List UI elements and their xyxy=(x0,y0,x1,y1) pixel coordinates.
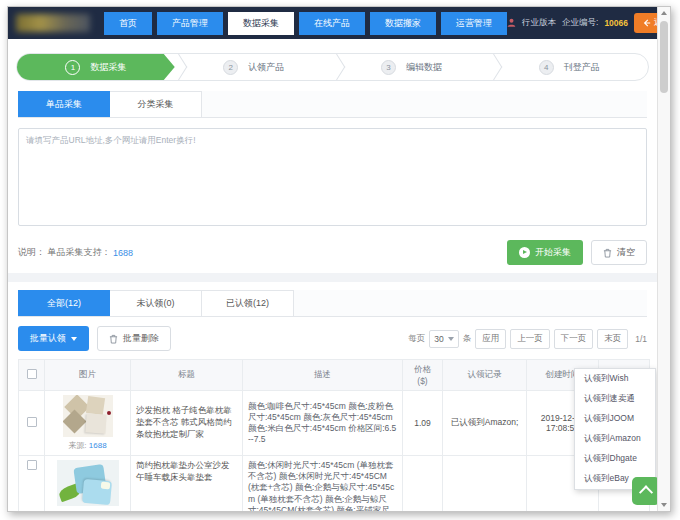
product-url-input[interactable] xyxy=(18,128,647,226)
col-header-title: 标题 xyxy=(131,360,243,391)
step-data-collect: 1 数据采集 xyxy=(17,54,175,80)
edition-label: 行业版本 xyxy=(522,17,556,29)
list-tabbar: 全部(12) 未认领(0) 已认领(12) xyxy=(18,290,647,317)
table-header-row: 图片 标题 描述 价格 ($) 认领记录 创建时间 操作 xyxy=(19,360,650,391)
back-arrow-icon xyxy=(643,19,651,27)
tab-category-collect[interactable]: 分类采集 xyxy=(110,91,202,117)
chevron-down-icon xyxy=(448,337,454,341)
nav-item-data-move[interactable]: 数据搬家 xyxy=(370,12,436,35)
product-desc: 颜色:咖啡色尺寸:45*45cm 颜色:皮粉色尺寸:45*45cm 颜色:灰色尺… xyxy=(248,401,397,446)
tab-single-collect[interactable]: 单品采集 xyxy=(18,91,110,117)
per-page-label: 每页 xyxy=(408,333,425,345)
pagination-controls: 每页 30 条 应用 上一页 下一页 末页 1/1 xyxy=(408,329,647,349)
scrollbar-thumb[interactable] xyxy=(660,21,668,93)
menu-item-claim-aliexpress[interactable]: 认领到速卖通 xyxy=(575,389,655,409)
back-to-top-button[interactable] xyxy=(632,477,657,505)
nav-item-data-collect[interactable]: 数据采集 xyxy=(228,12,294,35)
apply-button[interactable]: 应用 xyxy=(475,329,506,349)
workflow-stepper: 1 数据采集 2 认领产品 3 编辑数据 4 刊登产品 xyxy=(16,53,649,81)
company-number: 10066 xyxy=(604,18,628,28)
collect-note-row: 说明： 单品采集支持： 1688 开始采集 清空 xyxy=(18,240,647,265)
company-label: 企业编号: xyxy=(562,17,598,29)
start-collect-button[interactable]: 开始采集 xyxy=(507,240,583,265)
step-number: 1 xyxy=(65,60,80,75)
app-logo xyxy=(16,14,90,32)
user-icon xyxy=(507,18,516,29)
menu-item-claim-amazon[interactable]: 认领到Amazon xyxy=(575,429,655,449)
step-label: 数据采集 xyxy=(90,61,126,74)
step-label: 认领产品 xyxy=(248,61,284,74)
vertical-scrollbar[interactable] xyxy=(657,7,670,511)
list-toolbar: 批量认领 批量删除 每页 30 条 应用 xyxy=(18,326,647,351)
batch-delete-button[interactable]: 批量删除 xyxy=(97,326,171,351)
product-title: 沙发抱枕 格子纯色靠枕靠垫套不含芯 韩式风格简约条纹抱枕定制厂家 xyxy=(131,391,243,456)
nav-item-home[interactable]: 首页 xyxy=(104,12,152,35)
tab-unclaimed[interactable]: 未认领(0) xyxy=(110,290,202,316)
collect-note: 说明： 单品采集支持： xyxy=(18,246,111,259)
menu-item-claim-dhgate[interactable]: 认领到Dhgate xyxy=(575,449,655,469)
col-header-price: 价格 ($) xyxy=(403,360,443,391)
step-claim-product: 2 认领产品 xyxy=(175,54,333,80)
per-page-select[interactable]: 30 xyxy=(429,330,458,348)
back-to-erp-button[interactable]: 返回ERP xyxy=(634,13,657,33)
table-row: 来源: 1688 沙发抱枕 格子纯色靠枕靠垫套不含芯 韩式风格简约条纹抱枕定制厂… xyxy=(19,391,650,456)
row-checkbox[interactable] xyxy=(27,417,37,427)
nav-item-online-products[interactable]: 在线产品 xyxy=(299,12,365,35)
trash-icon xyxy=(109,334,118,344)
play-icon xyxy=(519,247,530,258)
source-line: 来源: 1688 xyxy=(50,440,125,451)
step-label: 编辑数据 xyxy=(406,61,442,74)
row-checkbox[interactable] xyxy=(27,460,37,470)
claim-record xyxy=(443,456,527,512)
nav-item-operations[interactable]: 运营管理 xyxy=(441,12,507,35)
navbar-right: 行业版本 企业编号: 10066 返回ERP xyxy=(507,13,657,33)
last-page-button[interactable]: 末页 xyxy=(597,329,628,349)
step-label: 刊登产品 xyxy=(564,61,600,74)
step-number: 2 xyxy=(223,60,238,75)
col-header-image: 图片 xyxy=(45,360,131,391)
step-publish-product: 4 刊登产品 xyxy=(490,54,648,80)
batch-claim-button[interactable]: 批量认领 xyxy=(18,326,89,351)
claim-dropdown-menu: 认领到Wish 认领到速卖通 认领到JOOM 认领到Amazon 认领到Dhga… xyxy=(574,368,656,490)
page-indicator: 1/1 xyxy=(635,334,647,344)
product-price xyxy=(403,456,443,512)
table-row: 简约抱枕靠垫办公室沙发午睡车载床头靠垫套 颜色:休闲时光尺寸:45*45cm (… xyxy=(19,456,650,512)
section-divider xyxy=(8,273,657,282)
col-header-desc: 描述 xyxy=(243,360,403,391)
menu-item-claim-wish[interactable]: 认领到Wish xyxy=(575,369,655,389)
tab-all[interactable]: 全部(12) xyxy=(18,290,110,316)
nav-menu: 首页 产品管理 数据采集 在线产品 数据搬家 运营管理 xyxy=(104,12,507,35)
chevron-down-icon xyxy=(71,337,77,341)
main-area: 首页 产品管理 数据采集 在线产品 数据搬家 运营管理 行业版本 企业编号: 1… xyxy=(8,7,657,511)
nav-item-products[interactable]: 产品管理 xyxy=(157,12,223,35)
app-window: 首页 产品管理 数据采集 在线产品 数据搬家 运营管理 行业版本 企业编号: 1… xyxy=(7,6,671,512)
next-page-button[interactable]: 下一页 xyxy=(554,329,594,349)
scroll-up-arrow[interactable] xyxy=(658,7,670,19)
product-image[interactable] xyxy=(63,395,113,437)
trash-icon xyxy=(603,248,612,258)
select-all-checkbox[interactable] xyxy=(27,369,37,379)
col-header-claim-record: 认领记录 xyxy=(443,360,527,391)
product-title: 简约抱枕靠垫办公室沙发午睡车载床头靠垫套 xyxy=(131,456,243,512)
step-number: 3 xyxy=(381,60,396,75)
menu-item-claim-joom[interactable]: 认领到JOOM xyxy=(575,409,655,429)
step-number: 4 xyxy=(539,60,554,75)
product-desc: 颜色:休闲时光尺寸:45*45cm (单独枕套不含芯) 颜色:休闲时光尺寸:45… xyxy=(248,460,397,511)
collect-tabbar: 单品采集 分类采集 xyxy=(18,91,647,118)
step-edit-data: 3 编辑数据 xyxy=(333,54,491,80)
source-link[interactable]: 1688 xyxy=(89,441,107,450)
tab-claimed[interactable]: 已认领(12) xyxy=(202,290,294,316)
clear-button[interactable]: 清空 xyxy=(591,240,647,265)
prev-page-button[interactable]: 上一页 xyxy=(510,329,550,349)
product-price: 1.09 xyxy=(403,391,443,456)
product-image[interactable] xyxy=(57,460,119,506)
per-page-unit: 条 xyxy=(463,333,472,345)
top-navbar: 首页 产品管理 数据采集 在线产品 数据搬家 运营管理 行业版本 企业编号: 1… xyxy=(8,7,657,39)
claim-record: 已认领到Amazon; xyxy=(443,391,527,456)
source-1688-link[interactable]: 1688 xyxy=(113,248,133,258)
scroll-down-arrow[interactable] xyxy=(658,499,670,511)
collect-results-table: 图片 标题 描述 价格 ($) 认领记录 创建时间 操作 xyxy=(18,359,650,511)
